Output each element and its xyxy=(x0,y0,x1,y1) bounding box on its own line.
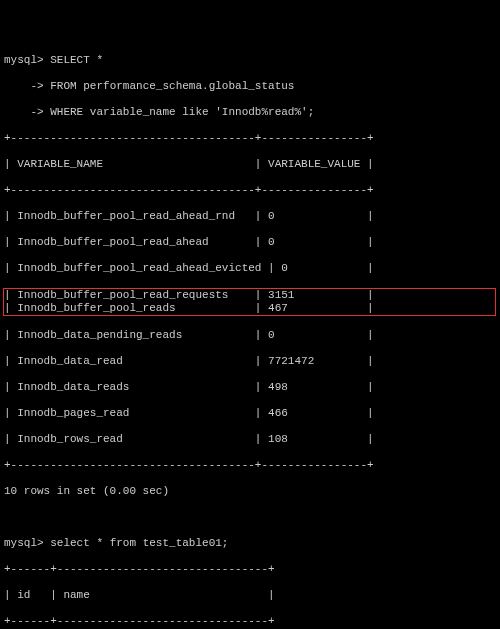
table-row: | Innodb_buffer_pool_read_requests | 315… xyxy=(4,289,495,302)
blank-line xyxy=(4,511,496,524)
table-row: | Innodb_data_pending_reads | 0 | xyxy=(4,329,496,342)
sql-line: mysql> select * from test_table01; xyxy=(4,537,496,550)
table-sep: +-------------------------------------+-… xyxy=(4,459,496,472)
table-header: | id | name | xyxy=(4,589,496,602)
table-row: | Innodb_buffer_pool_read_ahead | 0 | xyxy=(4,236,496,249)
table-row: | Innodb_data_read | 7721472 | xyxy=(4,355,496,368)
table-sep: +-------------------------------------+-… xyxy=(4,184,496,197)
table-row: | Innodb_buffer_pool_reads | 467 | xyxy=(4,302,495,315)
highlighted-rows: | Innodb_buffer_pool_read_requests | 315… xyxy=(3,288,496,316)
sql-line: -> WHERE variable_name like 'Innodb%read… xyxy=(4,106,496,119)
table-row: | Innodb_pages_read | 466 | xyxy=(4,407,496,420)
table-row: | Innodb_data_reads | 498 | xyxy=(4,381,496,394)
table-sep: +------+--------------------------------… xyxy=(4,615,496,628)
table-row: | Innodb_rows_read | 108 | xyxy=(4,433,496,446)
sql-line: -> FROM performance_schema.global_status xyxy=(4,80,496,93)
table-row: | Innodb_buffer_pool_read_ahead_evicted … xyxy=(4,262,496,275)
table-sep: +-------------------------------------+-… xyxy=(4,132,496,145)
table-footer: 10 rows in set (0.00 sec) xyxy=(4,485,496,498)
table-header: | VARIABLE_NAME | VARIABLE_VALUE | xyxy=(4,158,496,171)
table-row: | Innodb_buffer_pool_read_ahead_rnd | 0 … xyxy=(4,210,496,223)
table-sep: +------+--------------------------------… xyxy=(4,563,496,576)
sql-line: mysql> SELECT * xyxy=(4,54,496,67)
